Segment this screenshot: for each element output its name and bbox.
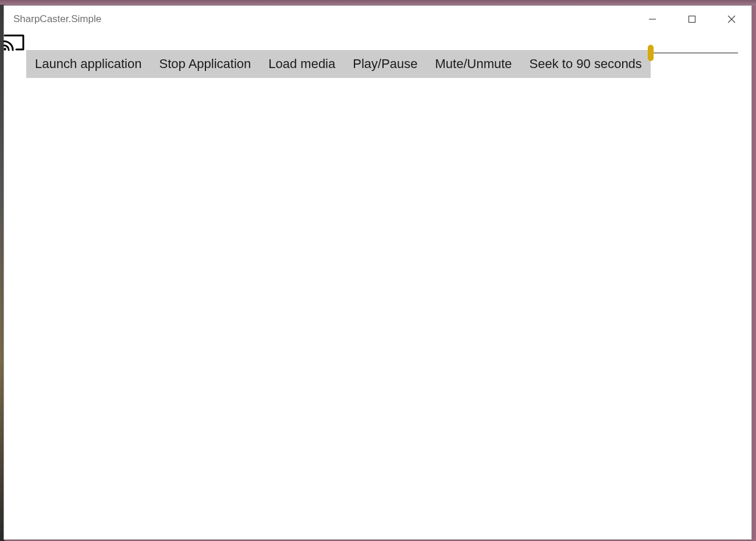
volume-slider[interactable]	[651, 47, 738, 59]
play-pause-button[interactable]: Play/Pause	[344, 50, 426, 78]
button-label: Mute/Unmute	[435, 56, 512, 72]
cast-icon[interactable]	[3, 34, 25, 51]
app-window: SharpCaster.Simple	[3, 5, 752, 540]
maximize-icon	[688, 15, 696, 23]
minimize-icon	[648, 15, 656, 23]
close-button[interactable]	[712, 6, 751, 33]
minimize-button[interactable]	[633, 6, 672, 33]
slider-track	[651, 52, 738, 54]
maximize-button[interactable]	[672, 6, 712, 33]
svg-point-4	[3, 48, 6, 50]
button-label: Launch application	[35, 56, 141, 72]
stop-application-button[interactable]: Stop Application	[150, 50, 260, 78]
launch-application-button[interactable]: Launch application	[26, 50, 150, 78]
button-label: Load media	[268, 56, 335, 72]
mute-unmute-button[interactable]: Mute/Unmute	[427, 50, 521, 78]
button-label: Play/Pause	[353, 56, 417, 72]
slider-thumb[interactable]	[648, 45, 654, 61]
window-controls	[633, 6, 751, 33]
seek-button[interactable]: Seek to 90 seconds	[521, 50, 651, 78]
svg-rect-1	[689, 16, 695, 23]
desktop-accent-bar	[0, 0, 756, 5]
window-title: SharpCaster.Simple	[13, 13, 101, 25]
titlebar[interactable]: SharpCaster.Simple	[4, 6, 751, 33]
button-label: Stop Application	[159, 56, 251, 72]
toolbar: Launch application Stop Application Load…	[26, 50, 651, 78]
close-icon	[727, 15, 736, 23]
button-label: Seek to 90 seconds	[530, 56, 642, 72]
load-media-button[interactable]: Load media	[260, 50, 344, 78]
